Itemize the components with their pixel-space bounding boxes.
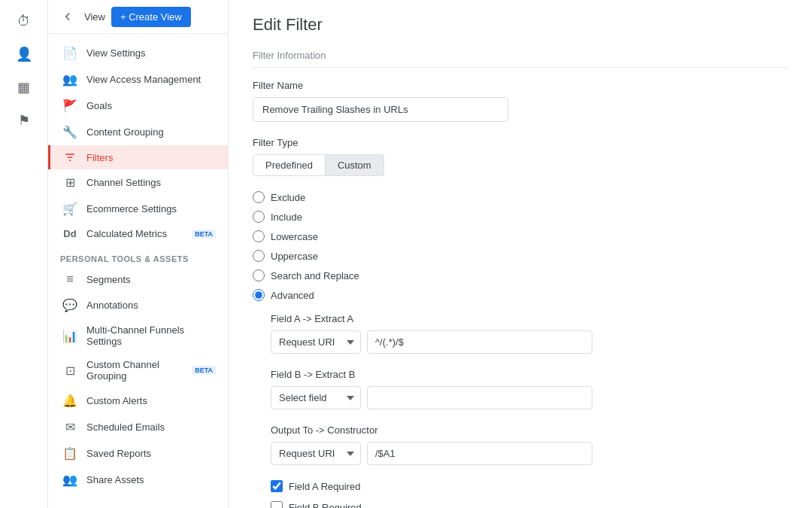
field-b-input[interactable] — [367, 386, 592, 409]
view-label: View — [84, 11, 105, 23]
chart-icon[interactable]: ▦ — [9, 72, 39, 102]
field-a-label: Field A -> Extract A — [271, 313, 788, 324]
field-b-row: Select field — [271, 386, 788, 409]
sidebar-item-scheduled-emails[interactable]: ✉ Scheduled Emails — [48, 414, 228, 440]
field-b-required-label: Field B Required — [289, 502, 362, 509]
predefined-button[interactable]: Predefined — [253, 154, 326, 176]
radio-exclude[interactable]: Exclude — [253, 191, 788, 203]
field-b-dropdown[interactable]: Select field — [271, 386, 361, 409]
content-grouping-icon: 🔧 — [62, 125, 77, 139]
share-assets-icon: 👥 — [62, 473, 77, 487]
custom-button[interactable]: Custom — [326, 154, 384, 176]
channel-settings-icon: ⊞ — [62, 175, 77, 190]
sidebar-item-calculated-metrics[interactable]: Dd Calculated Metrics BETA — [48, 222, 228, 245]
sidebar-item-label: Saved Reports — [86, 448, 216, 459]
sidebar-item-segments[interactable]: ≡ Segments — [48, 266, 228, 292]
radio-advanced[interactable]: Advanced — [253, 289, 788, 301]
filters-icon — [62, 151, 77, 163]
svg-rect-1 — [68, 157, 73, 157]
sidebar-item-label: Calculated Metrics — [86, 228, 180, 239]
sidebar-item-label: Custom Alerts — [86, 395, 216, 406]
lowercase-label: Lowercase — [271, 231, 318, 242]
advanced-radio[interactable] — [253, 289, 265, 301]
sidebar-item-view-settings[interactable]: 📄 View Settings — [48, 40, 228, 66]
sidebar-item-label: Ecommerce Settings — [86, 203, 216, 214]
search-replace-radio[interactable] — [253, 269, 265, 281]
sidebar-item-custom-alerts[interactable]: 🔔 Custom Alerts — [48, 388, 228, 414]
sidebar-item-goals[interactable]: 🚩 Goals — [48, 93, 228, 119]
checkbox-group: Field A Required Field B Required Overri… — [271, 480, 788, 508]
field-a-required-label: Field A Required — [289, 481, 360, 492]
advanced-label: Advanced — [271, 290, 314, 301]
field-a-required-checkbox[interactable] — [271, 480, 283, 492]
sidebar-item-saved-reports[interactable]: 📋 Saved Reports — [48, 440, 228, 467]
sidebar-top: View + Create View — [48, 0, 228, 34]
sidebar-item-label: Scheduled Emails — [86, 421, 216, 433]
search-replace-label: Search and Replace — [271, 270, 359, 281]
sidebar-item-label: View Access Management — [86, 74, 216, 85]
filter-name-group: Filter Name — [253, 80, 788, 122]
field-a-required-item[interactable]: Field A Required — [271, 480, 788, 492]
flag-icon[interactable]: ⚑ — [9, 105, 39, 135]
filter-type-label: Filter Type — [253, 137, 788, 148]
sidebar-item-share-assets[interactable]: 👥 Share Assets — [48, 467, 228, 493]
custom-alerts-icon: 🔔 — [62, 394, 77, 408]
custom-channel-icon: ⊡ — [62, 364, 77, 378]
calculated-metrics-icon: Dd — [62, 228, 77, 239]
sidebar-item-custom-channel-grouping[interactable]: ⊡ Custom Channel Grouping BETA — [48, 353, 228, 388]
svg-rect-0 — [65, 154, 74, 154]
radio-lowercase[interactable]: Lowercase — [253, 230, 788, 242]
filter-name-label: Filter Name — [253, 80, 788, 91]
lowercase-radio[interactable] — [253, 230, 265, 242]
sidebar-item-content-grouping[interactable]: 🔧 Content Grouping — [48, 119, 228, 145]
output-dropdown[interactable]: Request URI — [271, 442, 361, 465]
field-b-required-item[interactable]: Field B Required — [271, 501, 788, 508]
include-radio[interactable] — [253, 211, 265, 223]
exclude-radio[interactable] — [253, 191, 265, 203]
output-input[interactable] — [367, 442, 592, 465]
sidebar-item-multi-channel[interactable]: 📊 Multi-Channel Funnels Settings — [48, 318, 228, 353]
sidebar-item-label: Annotations — [86, 300, 216, 311]
clock-icon[interactable]: ⏱ — [9, 6, 39, 36]
page-title: Edit Filter — [253, 15, 788, 35]
include-label: Include — [271, 211, 302, 223]
person-icon[interactable]: 👤 — [9, 39, 39, 69]
sidebar-item-label: Share Assets — [86, 474, 216, 485]
sidebar-item-label: Custom Channel Grouping — [86, 359, 180, 382]
sidebar-item-label: Multi-Channel Funnels Settings — [86, 324, 216, 347]
scheduled-emails-icon: ✉ — [62, 420, 77, 434]
radio-search-replace[interactable]: Search and Replace — [253, 269, 788, 281]
sidebar: View + Create View 📄 View Settings 👥 Vie… — [48, 0, 229, 508]
advanced-section: Field A -> Extract A Request URI Field B… — [271, 313, 788, 508]
field-a-row: Request URI — [271, 330, 788, 354]
saved-reports-icon: 📋 — [62, 446, 77, 461]
output-row: Request URI — [271, 442, 788, 465]
filter-type-group: Filter Type Predefined Custom — [253, 137, 788, 176]
output-label: Output To -> Constructor — [271, 424, 788, 436]
create-view-button[interactable]: + Create View — [111, 7, 191, 27]
sidebar-item-view-access-management[interactable]: 👥 View Access Management — [48, 66, 228, 93]
field-a-input[interactable] — [367, 330, 592, 354]
icon-rail: ⏱ 👤 ▦ ⚑ — [0, 0, 48, 508]
annotations-icon: 💬 — [62, 298, 77, 312]
radio-include[interactable]: Include — [253, 211, 788, 223]
radio-uppercase[interactable]: Uppercase — [253, 250, 788, 262]
sidebar-item-filters[interactable]: Filters — [48, 145, 228, 169]
sidebar-item-ecommerce-settings[interactable]: 🛒 Ecommerce Settings — [48, 196, 228, 222]
filter-type-buttons: Predefined Custom — [253, 154, 788, 176]
multi-channel-icon: 📊 — [62, 329, 77, 343]
filter-name-input[interactable] — [253, 97, 508, 122]
filter-type-radio-group: Exclude Include Lowercase Uppercase Sear… — [253, 191, 788, 301]
ecommerce-icon: 🛒 — [62, 202, 77, 216]
back-button[interactable] — [57, 6, 78, 27]
sidebar-item-channel-settings[interactable]: ⊞ Channel Settings — [48, 169, 228, 196]
view-access-icon: 👥 — [62, 72, 77, 87]
field-a-dropdown[interactable]: Request URI — [271, 330, 361, 354]
field-b-required-checkbox[interactable] — [271, 501, 283, 508]
filter-info-section: Filter Information — [253, 50, 788, 68]
sidebar-item-annotations[interactable]: 💬 Annotations — [48, 292, 228, 318]
sidebar-item-label: Goals — [86, 100, 216, 111]
uppercase-radio[interactable] — [253, 250, 265, 262]
sidebar-item-label: Channel Settings — [86, 177, 216, 188]
sidebar-nav: 📄 View Settings 👥 View Access Management… — [48, 34, 228, 499]
